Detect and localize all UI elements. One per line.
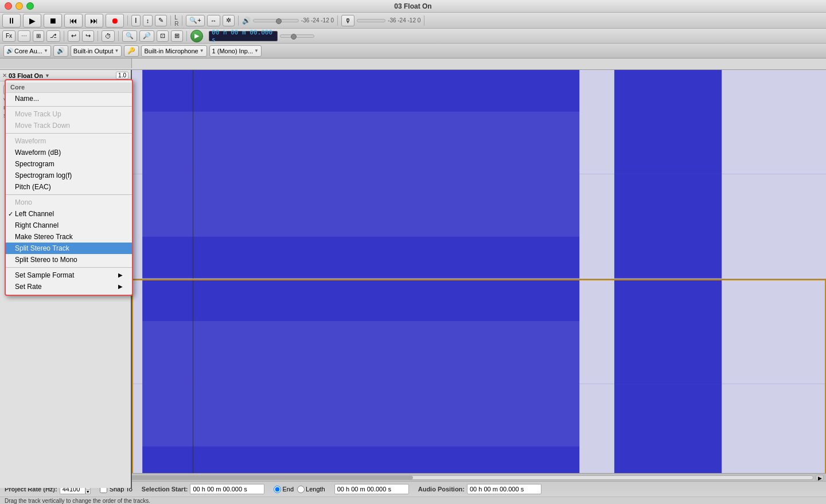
- menu-item-spectrogram-log[interactable]: Spectrogram log(f): [6, 170, 132, 181]
- channels-select[interactable]: 1 (Mono) Inp...: [209, 45, 262, 57]
- stop-button[interactable]: ⏹: [44, 14, 62, 28]
- input-select[interactable]: Built-in Microphone: [141, 45, 206, 57]
- zoom-4[interactable]: ⊞: [171, 30, 183, 42]
- toolbar-row-1: ⏸ ▶ ⏹ ⏮ ⏭ ⏺ I ↕ ✎ LR 🔍+ ↔ ✲ 🔊 -36 -24 -1…: [0, 13, 826, 29]
- audio-position-label: Audio Position:: [418, 486, 465, 493]
- menu-item-left-channel[interactable]: Left Channel: [6, 208, 132, 220]
- context-menu: Core Name... Move Track Up Move Track Do…: [5, 79, 133, 296]
- title-bar: 03 Float On: [0, 0, 826, 13]
- end-length-radio-group: End Length: [274, 486, 325, 493]
- effect-btn-3[interactable]: ⊞: [33, 30, 44, 42]
- audio-host-select[interactable]: 🔊 Core Au...: [3, 45, 51, 57]
- toolbar-sep-3: [182, 15, 182, 26]
- waveform-area: [132, 70, 826, 488]
- menu-item-pitch[interactable]: Pitch (EAC): [6, 181, 132, 193]
- db-labels: -36 -24 -12 0: [301, 17, 334, 24]
- scroll-right-btn[interactable]: ▶: [816, 475, 824, 480]
- track-close-btn[interactable]: ✕: [2, 72, 7, 79]
- menu-sep-1: [6, 106, 132, 107]
- toolbar-row-2: Fx ⋯ ⊞ ⎇ ↩ ↪ ⏱ 🔍 🔎 ⊡ ⊞ ▶ 00 h 00 m 00.00…: [0, 29, 826, 44]
- hint-text: Drag the track vertically to change the …: [5, 498, 150, 504]
- undo-button[interactable]: ↩: [68, 30, 80, 42]
- menu-item-set-sample[interactable]: Set Sample Format: [6, 269, 132, 281]
- menu-item-split-stereo-mono[interactable]: Split Stereo to Mono: [6, 254, 132, 265]
- play-button[interactable]: ▶: [23, 14, 41, 28]
- zoom-sel-button[interactable]: ✲: [223, 15, 235, 26]
- scrollbar-track[interactable]: [13, 475, 813, 480]
- output-value: Built-in Output: [73, 48, 114, 54]
- selection-end-input[interactable]: [334, 484, 409, 494]
- zoom-in-2[interactable]: 🔍: [122, 30, 137, 42]
- envelope-tool[interactable]: ↕: [143, 15, 153, 26]
- waveform-top: [132, 70, 826, 279]
- window-controls[interactable]: [5, 2, 34, 10]
- input-value: Built-in Microphone: [144, 48, 198, 54]
- left-label: LR: [174, 14, 178, 27]
- ruler-marks: -15 15 0:30 0:45 1:00 1:15 1:30 1:45 2:0…: [132, 67, 826, 68]
- track-dropdown-btn[interactable]: ▼: [45, 73, 50, 79]
- length-label: Length: [306, 486, 325, 493]
- track-name: 03 Float On: [9, 72, 43, 79]
- zoom-fit-button[interactable]: ↔: [207, 15, 220, 26]
- minimize-button[interactable]: [15, 2, 23, 10]
- window-title: 03 Float On: [394, 2, 431, 10]
- effect-btn-1[interactable]: Fx: [2, 30, 15, 42]
- zoom-in-button[interactable]: 🔍+: [186, 15, 204, 26]
- waveform-top-svg: [132, 70, 826, 279]
- output-select[interactable]: Built-in Output: [71, 45, 122, 57]
- rewind-button[interactable]: ⏮: [64, 14, 83, 28]
- audio-position-field: Audio Position:: [418, 484, 541, 494]
- audio-settings-btn[interactable]: 🔊: [53, 45, 68, 57]
- menu-item-name[interactable]: Name...: [6, 93, 132, 104]
- tb2-sep-3: [118, 31, 119, 41]
- track-gain-display: 1.0: [116, 72, 128, 79]
- maximize-button[interactable]: [26, 2, 34, 10]
- mic-level-slider[interactable]: [357, 19, 385, 22]
- db-labels-2: -36 -24 -12 0: [388, 17, 420, 24]
- toolbar-sep-5: [337, 15, 338, 26]
- play-indicator[interactable]: ▶: [190, 30, 203, 42]
- volume-slider[interactable]: [253, 19, 299, 22]
- ruler-header-spacer: [0, 58, 132, 68]
- scrollbar-thumb[interactable]: [93, 476, 413, 479]
- menu-item-spectrogram[interactable]: Spectrogram: [6, 158, 132, 170]
- length-radio-label[interactable]: Length: [297, 486, 325, 493]
- fast-forward-button[interactable]: ⏭: [85, 14, 103, 28]
- redo-button[interactable]: ↪: [82, 30, 94, 42]
- select-tool[interactable]: I: [131, 15, 141, 26]
- menu-item-move-up: Move Track Up: [6, 108, 132, 120]
- menu-item-waveform-db[interactable]: Waveform (dB): [6, 147, 132, 158]
- audio-host-icon: 🔊: [6, 48, 13, 54]
- spin-down-btn[interactable]: ▼: [85, 490, 90, 494]
- tb2-sep-4: [186, 31, 187, 41]
- audio-position-input[interactable]: [467, 484, 541, 494]
- audio-host-value: Core Au...: [14, 48, 42, 54]
- menu-item-set-rate[interactable]: Set Rate: [6, 281, 132, 292]
- record-button[interactable]: ⏺: [106, 14, 124, 28]
- selection-end-field: [334, 484, 409, 494]
- draw-tool[interactable]: ✎: [155, 15, 167, 26]
- pause-button[interactable]: ⏸: [2, 14, 21, 28]
- menu-item-right-channel[interactable]: Right Channel: [6, 220, 132, 231]
- menu-sep-4: [6, 267, 132, 268]
- context-menu-header: Core: [6, 83, 132, 93]
- effect-btn-2[interactable]: ⋯: [18, 30, 30, 42]
- toolbar-sep-6: [424, 15, 424, 26]
- waveform-bottom: [132, 279, 826, 489]
- end-radio[interactable]: [274, 486, 281, 493]
- position-slider[interactable]: [280, 34, 314, 38]
- output-settings-btn[interactable]: 🔑: [124, 45, 139, 57]
- mic-button[interactable]: 🎙: [341, 15, 354, 26]
- close-button[interactable]: [5, 2, 12, 10]
- timer-button[interactable]: ⏱: [102, 30, 115, 42]
- length-radio[interactable]: [297, 486, 305, 493]
- effect-btn-4[interactable]: ⎇: [46, 30, 60, 42]
- playback-time-display: 00 h 00 m 00.000 s: [209, 31, 314, 41]
- menu-item-split-stereo[interactable]: Split Stereo Track: [6, 243, 132, 254]
- zoom-3[interactable]: ⊡: [157, 30, 169, 42]
- end-radio-label[interactable]: End: [274, 486, 294, 493]
- zoom-out-2[interactable]: 🔎: [139, 30, 154, 42]
- selection-start-input[interactable]: [190, 484, 264, 494]
- toolbar-separator: [127, 15, 128, 26]
- menu-item-make-stereo[interactable]: Make Stereo Track: [6, 231, 132, 243]
